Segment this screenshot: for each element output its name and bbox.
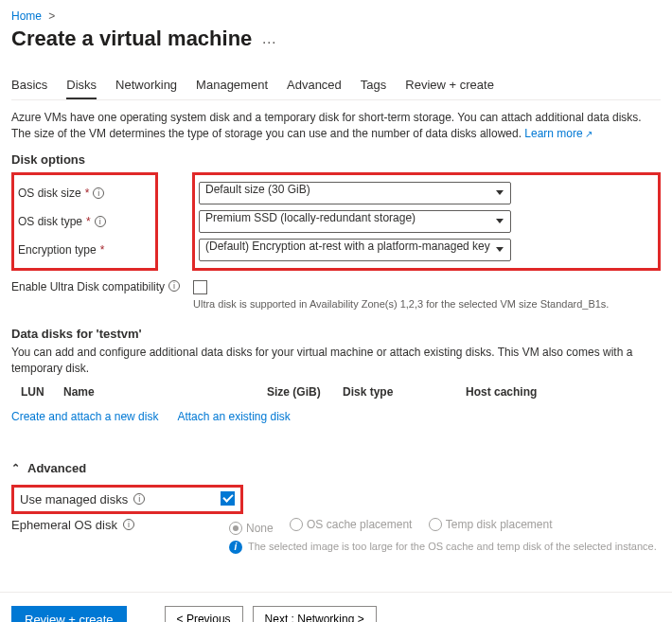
os-disk-size-label: OS disk size xyxy=(18,187,81,200)
ephemeral-label: Ephemeral OS disk xyxy=(11,518,117,532)
tab-advanced[interactable]: Advanced xyxy=(287,78,342,99)
os-disk-type-dropdown[interactable]: Premium SSD (locally-redundant storage) xyxy=(199,210,511,233)
os-disk-type-label: OS disk type xyxy=(18,215,82,228)
info-filled-icon: i xyxy=(229,541,242,554)
tab-basics[interactable]: Basics xyxy=(11,78,47,99)
data-disks-desc: You can add and configure additional dat… xyxy=(11,345,661,378)
os-disk-size-dropdown[interactable]: Default size (30 GiB) xyxy=(199,182,511,204)
footer: Review + create < Previous Next : Networ… xyxy=(0,593,672,622)
previous-button[interactable]: < Previous xyxy=(165,606,243,622)
more-actions-icon[interactable]: … xyxy=(261,30,276,47)
disk-options-heading: Disk options xyxy=(11,152,661,167)
encryption-type-dropdown[interactable]: (Default) Encryption at-rest with a plat… xyxy=(199,239,511,261)
ultra-disk-checkbox[interactable] xyxy=(193,280,207,294)
tab-description: Azure VMs have one operating system disk… xyxy=(11,110,661,143)
tab-tags[interactable]: Tags xyxy=(361,78,386,99)
next-button[interactable]: Next : Networking > xyxy=(253,606,377,622)
use-managed-disks-checkbox[interactable] xyxy=(221,491,235,506)
info-icon[interactable]: i xyxy=(168,280,180,292)
attach-disk-link[interactable]: Attach an existing disk xyxy=(177,410,290,423)
ephemeral-radio-temp[interactable]: Temp disk placement xyxy=(429,518,553,531)
chevron-up-icon: ⌃ xyxy=(11,462,20,474)
col-cache: Host caching xyxy=(466,385,661,399)
ultra-disk-hint: Ultra disk is supported in Availability … xyxy=(193,298,609,310)
tabs: Basics Disks Networking Management Advan… xyxy=(11,78,661,100)
info-icon[interactable]: i xyxy=(95,216,106,227)
col-dtype: Disk type xyxy=(343,385,466,399)
review-create-button[interactable]: Review + create xyxy=(11,606,127,622)
col-lun: LUN xyxy=(11,385,63,399)
external-link-icon: ↗ xyxy=(585,129,592,139)
col-size: Size (GiB) xyxy=(267,385,343,399)
advanced-toggle[interactable]: ⌃ Advanced xyxy=(11,461,661,475)
tab-management[interactable]: Management xyxy=(196,78,268,99)
ephemeral-radio-none[interactable]: None xyxy=(229,522,274,535)
tab-disks[interactable]: Disks xyxy=(66,78,97,99)
highlight-controls: Default size (30 GiB) Premium SSD (local… xyxy=(192,172,661,271)
tab-review[interactable]: Review + create xyxy=(405,78,494,99)
ultra-disk-label: Enable Ultra Disk compatibility xyxy=(11,280,165,293)
highlight-labels: OS disk size * i OS disk type * i Encryp… xyxy=(11,172,158,271)
tab-networking[interactable]: Networking xyxy=(115,78,177,99)
info-icon[interactable]: i xyxy=(123,519,134,530)
ephemeral-radio-oscache[interactable]: OS cache placement xyxy=(290,518,412,531)
breadcrumb[interactable]: Home > xyxy=(11,9,661,23)
data-disks-table-header: LUN Name Size (GiB) Disk type Host cachi… xyxy=(11,385,661,402)
data-disks-heading: Data disks for 'testvm' xyxy=(11,327,661,341)
info-icon[interactable]: i xyxy=(133,493,145,505)
info-icon[interactable]: i xyxy=(93,187,104,199)
learn-more-link[interactable]: Learn more↗ xyxy=(524,127,592,140)
use-managed-disks-label: Use managed disks xyxy=(20,492,128,506)
ephemeral-hint: The selected image is too large for the … xyxy=(248,541,657,554)
highlight-managed-disks: Use managed disks i xyxy=(11,485,243,514)
page-title: Create a virtual machine xyxy=(11,27,252,51)
chevron-right-icon: > xyxy=(48,9,55,23)
breadcrumb-home[interactable]: Home xyxy=(11,9,42,23)
encryption-type-label: Encryption type xyxy=(18,243,97,257)
create-disk-link[interactable]: Create and attach a new disk xyxy=(11,410,158,423)
col-name: Name xyxy=(63,385,267,399)
